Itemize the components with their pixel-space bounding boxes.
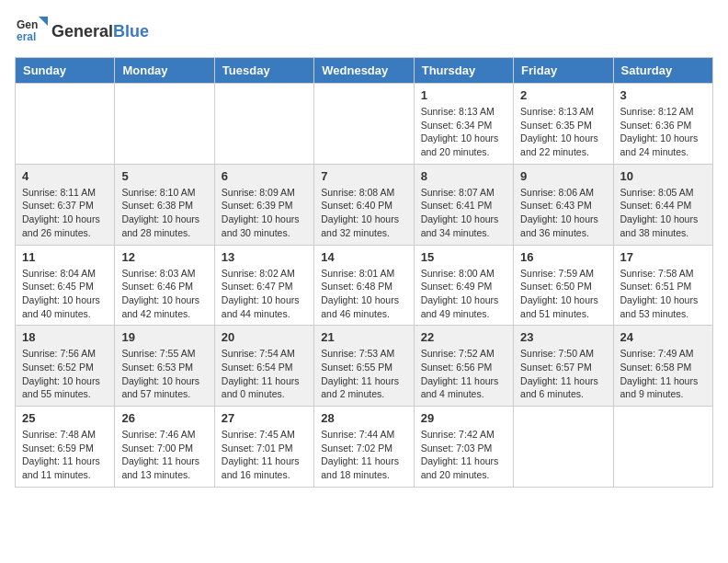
day-number: 13 [222,250,307,264]
day-of-week-header: Saturday [613,58,712,84]
logo-wordmark: GeneralBlue [51,22,149,41]
day-number: 19 [121,330,207,344]
calendar-day-cell: 21Sunrise: 7:53 AM Sunset: 6:55 PM Dayli… [314,326,414,407]
day-info: Sunrise: 7:50 AM Sunset: 6:57 PM Dayligh… [520,347,606,401]
day-number: 8 [421,169,506,183]
calendar-day-cell: 18Sunrise: 7:56 AM Sunset: 6:52 PM Dayli… [16,326,115,407]
calendar-day-cell: 19Sunrise: 7:55 AM Sunset: 6:53 PM Dayli… [115,326,214,407]
calendar-day-cell: 7Sunrise: 8:08 AM Sunset: 6:40 PM Daylig… [314,164,414,245]
day-info: Sunrise: 7:54 AM Sunset: 6:54 PM Dayligh… [222,347,307,401]
day-info: Sunrise: 7:46 AM Sunset: 7:00 PM Dayligh… [121,428,207,482]
day-number: 11 [22,250,108,264]
day-of-week-header: Wednesday [314,58,414,84]
calendar-week-row: 11Sunrise: 8:04 AM Sunset: 6:45 PM Dayli… [16,245,713,326]
day-number: 4 [22,169,108,183]
calendar-day-cell: 16Sunrise: 7:59 AM Sunset: 6:50 PM Dayli… [514,245,613,326]
day-number: 22 [421,330,506,344]
logo-icon: Gen eral [15,15,48,48]
day-number: 17 [620,250,706,264]
calendar-day-cell: 15Sunrise: 8:00 AM Sunset: 6:49 PM Dayli… [414,245,513,326]
calendar-day-cell: 5Sunrise: 8:10 AM Sunset: 6:38 PM Daylig… [115,164,214,245]
day-number: 2 [520,88,606,102]
day-of-week-header: Sunday [16,58,115,84]
day-info: Sunrise: 7:45 AM Sunset: 7:01 PM Dayligh… [222,428,307,482]
day-info: Sunrise: 8:12 AM Sunset: 6:36 PM Dayligh… [620,105,706,159]
day-number: 14 [321,250,406,264]
calendar-table: SundayMondayTuesdayWednesdayThursdayFrid… [15,57,713,488]
calendar-day-cell: 2Sunrise: 8:13 AM Sunset: 6:35 PM Daylig… [514,84,613,165]
day-info: Sunrise: 7:55 AM Sunset: 6:53 PM Dayligh… [121,347,207,401]
day-number: 18 [22,330,108,344]
day-of-week-header: Monday [115,58,214,84]
calendar-day-cell: 1Sunrise: 8:13 AM Sunset: 6:34 PM Daylig… [414,84,513,165]
calendar-day-cell [613,407,712,488]
calendar-day-cell: 24Sunrise: 7:49 AM Sunset: 6:58 PM Dayli… [613,326,712,407]
day-info: Sunrise: 8:00 AM Sunset: 6:49 PM Dayligh… [421,267,506,321]
calendar-day-cell: 27Sunrise: 7:45 AM Sunset: 7:01 PM Dayli… [214,407,313,488]
day-number: 12 [121,250,207,264]
day-info: Sunrise: 8:11 AM Sunset: 6:37 PM Dayligh… [22,186,108,240]
logo-general-text: General [51,22,113,40]
calendar-day-cell: 9Sunrise: 8:06 AM Sunset: 6:43 PM Daylig… [514,164,613,245]
day-of-week-header: Tuesday [214,58,313,84]
logo: Gen eral GeneralBlue [15,15,149,48]
calendar-day-cell: 22Sunrise: 7:52 AM Sunset: 6:56 PM Dayli… [414,326,513,407]
calendar-week-row: 4Sunrise: 8:11 AM Sunset: 6:37 PM Daylig… [16,164,713,245]
calendar-day-cell [214,84,313,165]
day-info: Sunrise: 8:02 AM Sunset: 6:47 PM Dayligh… [222,267,307,321]
calendar-day-cell: 11Sunrise: 8:04 AM Sunset: 6:45 PM Dayli… [16,245,115,326]
calendar-week-row: 18Sunrise: 7:56 AM Sunset: 6:52 PM Dayli… [16,326,713,407]
day-info: Sunrise: 7:49 AM Sunset: 6:58 PM Dayligh… [620,347,706,401]
day-number: 26 [121,411,207,425]
day-info: Sunrise: 8:05 AM Sunset: 6:44 PM Dayligh… [620,186,706,240]
svg-text:Gen: Gen [17,18,38,31]
calendar-day-cell: 14Sunrise: 8:01 AM Sunset: 6:48 PM Dayli… [314,245,414,326]
day-number: 21 [321,330,406,344]
calendar-day-cell [514,407,613,488]
day-number: 20 [222,330,307,344]
day-number: 27 [222,411,307,425]
day-number: 28 [321,411,406,425]
day-number: 9 [520,169,606,183]
calendar-day-cell [115,84,214,165]
page-header: Gen eral GeneralBlue [15,15,713,48]
day-info: Sunrise: 7:58 AM Sunset: 6:51 PM Dayligh… [620,267,706,321]
calendar-day-cell: 10Sunrise: 8:05 AM Sunset: 6:44 PM Dayli… [613,164,712,245]
logo-blue-accent: Blue [113,22,149,40]
calendar-header-row: SundayMondayTuesdayWednesdayThursdayFrid… [16,58,713,84]
day-number: 15 [421,250,506,264]
day-of-week-header: Friday [514,58,613,84]
day-info: Sunrise: 8:13 AM Sunset: 6:35 PM Dayligh… [520,105,606,159]
day-number: 3 [620,88,706,102]
day-info: Sunrise: 8:10 AM Sunset: 6:38 PM Dayligh… [121,186,207,240]
calendar-day-cell: 8Sunrise: 8:07 AM Sunset: 6:41 PM Daylig… [414,164,513,245]
svg-text:eral: eral [17,30,36,43]
calendar-day-cell: 6Sunrise: 8:09 AM Sunset: 6:39 PM Daylig… [214,164,313,245]
day-info: Sunrise: 7:52 AM Sunset: 6:56 PM Dayligh… [421,347,506,401]
day-info: Sunrise: 7:44 AM Sunset: 7:02 PM Dayligh… [321,428,406,482]
day-info: Sunrise: 8:13 AM Sunset: 6:34 PM Dayligh… [421,105,506,159]
day-info: Sunrise: 7:42 AM Sunset: 7:03 PM Dayligh… [421,428,506,482]
day-number: 5 [121,169,207,183]
day-of-week-header: Thursday [414,58,513,84]
day-number: 7 [321,169,406,183]
calendar-day-cell: 3Sunrise: 8:12 AM Sunset: 6:36 PM Daylig… [613,84,712,165]
day-number: 1 [421,88,506,102]
day-info: Sunrise: 7:59 AM Sunset: 6:50 PM Dayligh… [520,267,606,321]
day-info: Sunrise: 8:01 AM Sunset: 6:48 PM Dayligh… [321,267,406,321]
day-info: Sunrise: 7:53 AM Sunset: 6:55 PM Dayligh… [321,347,406,401]
day-info: Sunrise: 8:04 AM Sunset: 6:45 PM Dayligh… [22,267,108,321]
day-number: 10 [620,169,706,183]
calendar-day-cell: 12Sunrise: 8:03 AM Sunset: 6:46 PM Dayli… [115,245,214,326]
calendar-day-cell: 13Sunrise: 8:02 AM Sunset: 6:47 PM Dayli… [214,245,313,326]
calendar-day-cell: 4Sunrise: 8:11 AM Sunset: 6:37 PM Daylig… [16,164,115,245]
day-number: 16 [520,250,606,264]
day-info: Sunrise: 8:08 AM Sunset: 6:40 PM Dayligh… [321,186,406,240]
day-number: 6 [222,169,307,183]
day-info: Sunrise: 8:03 AM Sunset: 6:46 PM Dayligh… [121,267,207,321]
day-number: 23 [520,330,606,344]
calendar-day-cell: 26Sunrise: 7:46 AM Sunset: 7:00 PM Dayli… [115,407,214,488]
day-info: Sunrise: 8:06 AM Sunset: 6:43 PM Dayligh… [520,186,606,240]
day-info: Sunrise: 7:56 AM Sunset: 6:52 PM Dayligh… [22,347,108,401]
day-number: 24 [620,330,706,344]
